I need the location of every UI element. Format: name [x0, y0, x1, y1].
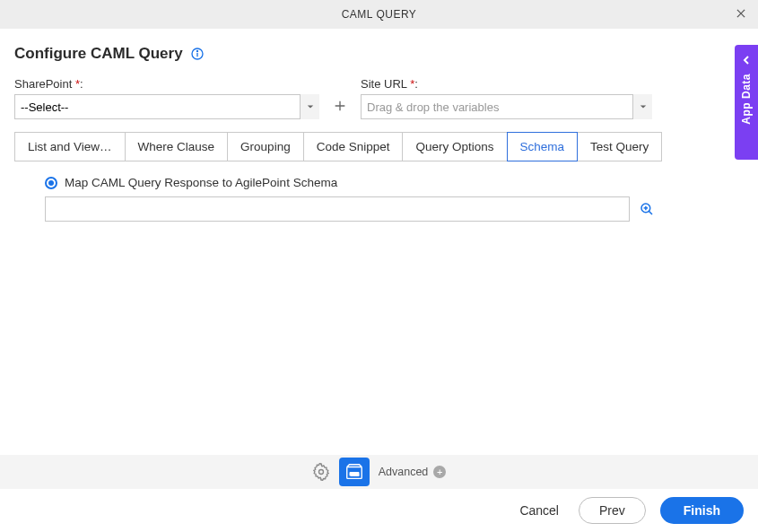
label-colon: : [414, 77, 418, 91]
page-title: Configure CAML Query [14, 45, 183, 63]
radio-dot-icon [48, 180, 54, 186]
schema-input-row [45, 196, 744, 222]
close-button[interactable] [731, 4, 751, 23]
sharepoint-label-text: SharePoint [14, 77, 75, 91]
app-data-label: App Data [740, 74, 753, 125]
app-data-side-tab[interactable]: App Data [735, 45, 758, 160]
footer-buttons: Cancel Prev Finish [0, 489, 758, 532]
add-sharepoint-button[interactable] [330, 96, 350, 116]
dialog-header: CAML QUERY [0, 0, 758, 29]
schema-radio-label: Map CAML Query Response to AgilePoint Sc… [65, 176, 337, 189]
info-icon[interactable] [190, 47, 205, 61]
gear-icon[interactable] [312, 463, 330, 481]
add-sharepoint-col [330, 77, 350, 119]
siteurl-label-text: Site URL [361, 77, 410, 91]
advanced-toggle[interactable]: Advanced + [379, 466, 447, 478]
tab-schema[interactable]: Schema [507, 132, 579, 161]
svg-line-4 [649, 211, 652, 214]
schema-lookup-icon[interactable] [639, 201, 655, 217]
schema-panel: Map CAML Query Response to AgilePoint Sc… [14, 176, 744, 222]
prev-button[interactable]: Prev [579, 497, 646, 524]
schema-map-input[interactable] [45, 196, 630, 222]
field-row: SharePoint *: Site URL *: [14, 77, 744, 119]
siteurl-field: Site URL *: [361, 77, 652, 119]
siteurl-combo[interactable] [361, 94, 652, 119]
dialog-content: Configure CAML Query SharePoint *: Si [0, 29, 758, 222]
sharepoint-label: SharePoint *: [14, 77, 319, 91]
footer-toolbar: CAML Advanced + [0, 455, 758, 489]
page-title-row: Configure CAML Query [14, 45, 744, 63]
svg-point-2 [196, 50, 197, 51]
chevron-left-icon [742, 52, 751, 68]
caml-activity-icon[interactable]: CAML [339, 458, 370, 486]
close-icon [735, 7, 747, 20]
tab-strip: List and View… Where Clause Grouping Cod… [14, 132, 744, 161]
plus-icon [333, 99, 347, 113]
svg-text:CAML: CAML [350, 473, 358, 476]
siteurl-label: Site URL *: [361, 77, 652, 91]
schema-radio[interactable] [45, 177, 57, 189]
finish-button[interactable]: Finish [660, 497, 744, 524]
schema-radio-row: Map CAML Query Response to AgilePoint Sc… [45, 176, 744, 189]
sharepoint-select-input[interactable] [14, 94, 319, 119]
sharepoint-select[interactable] [14, 94, 319, 119]
tab-test-query[interactable]: Test Query [577, 132, 662, 161]
siteurl-input[interactable] [361, 94, 652, 119]
svg-point-7 [318, 470, 323, 475]
sharepoint-field: SharePoint *: [14, 77, 319, 119]
label-colon: : [80, 77, 83, 91]
tab-grouping[interactable]: Grouping [227, 132, 304, 161]
tab-list-and-view[interactable]: List and View… [14, 132, 126, 161]
cancel-button[interactable]: Cancel [519, 503, 559, 518]
dialog-title: CAML QUERY [342, 8, 417, 21]
advanced-label: Advanced [379, 466, 429, 478]
tab-code-snippet[interactable]: Code Snippet [303, 132, 404, 161]
tab-query-options[interactable]: Query Options [402, 132, 507, 161]
tab-where-clause[interactable]: Where Clause [125, 132, 229, 161]
plus-circle-icon: + [433, 466, 446, 478]
